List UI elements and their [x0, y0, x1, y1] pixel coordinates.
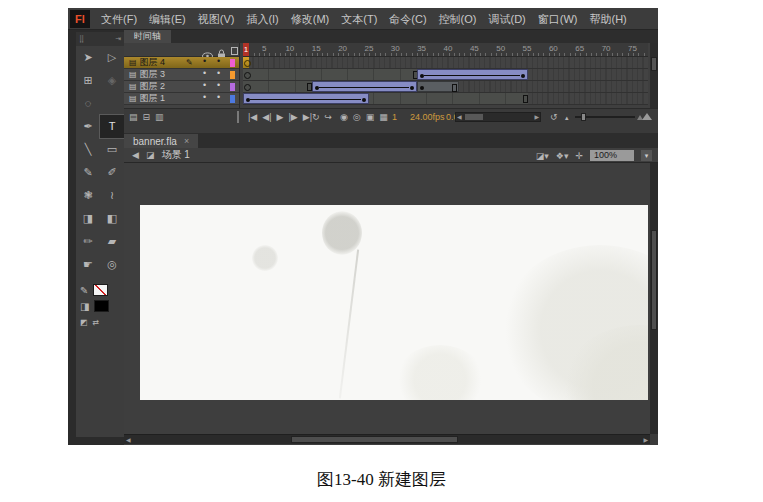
play-button[interactable]: ▶: [277, 110, 284, 125]
keyframe-dot: [420, 86, 424, 90]
menu-item[interactable]: 控制(O): [433, 8, 483, 30]
onion-skin-button[interactable]: ◉: [340, 110, 348, 125]
rectangle-tool[interactable]: ▭: [100, 138, 124, 161]
onion-outlines-button[interactable]: ◎: [353, 110, 361, 125]
stage-canvas[interactable]: [140, 205, 648, 400]
loop-button[interactable]: ↻: [312, 110, 320, 125]
layer-outline-color-swatch[interactable]: [230, 83, 235, 91]
rotation-3d-tool[interactable]: ◈: [100, 69, 124, 92]
frame-row[interactable]: [243, 81, 648, 93]
menu-item[interactable]: 窗口(W): [532, 8, 584, 30]
bone-tool[interactable]: ≀: [100, 184, 124, 207]
repeat-button[interactable]: ↪: [325, 110, 333, 125]
close-document-icon[interactable]: ×: [184, 136, 189, 146]
center-stage-icon[interactable]: ✛: [575, 151, 583, 161]
menu-item[interactable]: 调试(D): [483, 8, 532, 30]
menu-item[interactable]: 帮助(H): [584, 8, 633, 30]
fill-color-swatch[interactable]: [94, 300, 109, 312]
frame-row[interactable]: [243, 93, 648, 105]
eyedropper-tool[interactable]: ✏: [76, 230, 100, 253]
zoom-out-frames-icon[interactable]: ▴: [565, 110, 569, 125]
deco-tool[interactable]: ❃: [76, 184, 100, 207]
menu-item[interactable]: 文本(T): [335, 8, 383, 30]
layer-lock-dot[interactable]: •: [217, 92, 220, 102]
menu-item[interactable]: 文件(F): [95, 8, 143, 30]
frames-area[interactable]: 51015202530354045505560657075 1: [243, 43, 648, 108]
layer-lock-dot[interactable]: •: [217, 68, 220, 78]
timeline-vertical-scrollbar[interactable]: [650, 43, 658, 108]
step-back-button[interactable]: ◀|: [262, 110, 271, 125]
layer-visibility-dot[interactable]: •: [203, 56, 206, 66]
default-colors-icon[interactable]: ◩: [80, 318, 88, 327]
brush-tool[interactable]: ✐: [100, 161, 124, 184]
text-tool[interactable]: T: [100, 115, 124, 138]
layer-visibility-dot[interactable]: •: [203, 80, 206, 90]
scroll-left-icon[interactable]: ◀: [457, 113, 462, 122]
reset-timeline-zoom-icon[interactable]: ↺: [550, 110, 558, 125]
paint-bucket-tool[interactable]: ◨: [76, 207, 100, 230]
new-folder-button[interactable]: ⊟: [143, 110, 151, 125]
timeline-ruler[interactable]: 51015202530354045505560657075 1: [243, 43, 648, 57]
layer-row[interactable]: ▤图层 1••: [124, 93, 239, 105]
go-first-frame-button[interactable]: |◀: [248, 110, 257, 125]
frame-size-slider[interactable]: [575, 116, 635, 118]
frame-rate-value[interactable]: 24.00fps: [410, 110, 445, 125]
layer-outline-color-swatch[interactable]: [230, 59, 235, 67]
layer-lock-dot[interactable]: •: [217, 56, 220, 66]
subselection-tool[interactable]: ▷: [100, 46, 124, 69]
frame-size-large-icon[interactable]: [642, 113, 652, 120]
new-layer-button[interactable]: ▤: [129, 110, 138, 125]
layer-lock-dot[interactable]: •: [217, 80, 220, 90]
frame-span: [417, 81, 459, 92]
pencil-tool[interactable]: ✎: [76, 161, 100, 184]
edit-symbol-icon[interactable]: ❖▾: [556, 151, 569, 161]
frame-row[interactable]: [243, 69, 648, 81]
layer-name[interactable]: 图层 1: [140, 92, 166, 105]
scroll-left-icon[interactable]: ◀: [126, 436, 131, 445]
stage-horizontal-scrollbar[interactable]: ◀ ▶: [124, 434, 650, 444]
menu-item[interactable]: 修改(M): [285, 8, 336, 30]
frame-row[interactable]: [243, 57, 648, 69]
menu-item[interactable]: 插入(I): [240, 8, 284, 30]
frame-rows[interactable]: [243, 57, 648, 105]
go-last-frame-button[interactable]: ▶|: [303, 110, 312, 125]
ink-bottle-tool[interactable]: ◧: [100, 207, 124, 230]
edit-scene-icon[interactable]: ◪▾: [536, 151, 549, 161]
free-transform-tool[interactable]: ⊞: [76, 69, 100, 92]
scene-label[interactable]: 场景 1: [161, 148, 189, 162]
stage-pasteboard[interactable]: ◀ ▶: [124, 163, 658, 445]
playhead[interactable]: 1: [243, 43, 249, 56]
outline-all-icon[interactable]: [231, 47, 238, 55]
timeline-horizontal-scrollbar[interactable]: ◀ ▶: [455, 112, 541, 122]
layer-visibility-dot[interactable]: •: [203, 92, 206, 102]
stroke-color-swatch[interactable]: [93, 284, 108, 296]
swap-colors-icon[interactable]: ⇄: [93, 318, 100, 327]
modify-markers-button[interactable]: ▦: [379, 110, 388, 125]
zoom-tool[interactable]: ◎: [100, 253, 124, 276]
empty-keyframe-circle: [244, 72, 251, 79]
document-tab[interactable]: banner.fla ×: [124, 134, 198, 148]
edit-multiple-frames-button[interactable]: ▣: [366, 110, 375, 125]
tab-timeline[interactable]: 时间轴: [124, 30, 171, 43]
collapse-panel-icon[interactable]: ⇥: [115, 35, 121, 43]
back-arrow-icon[interactable]: ◀: [132, 150, 139, 160]
pen-tool[interactable]: ✒: [76, 115, 100, 138]
selection-tool[interactable]: ➤: [76, 46, 100, 69]
scroll-right-icon[interactable]: ▶: [643, 436, 648, 445]
layer-outline-color-swatch[interactable]: [230, 71, 235, 79]
line-tool[interactable]: ╲: [76, 138, 100, 161]
stage-vertical-scrollbar[interactable]: [650, 163, 658, 434]
scroll-right-icon[interactable]: ▶: [534, 113, 539, 122]
stage-zoom-dropdown-icon[interactable]: ▾: [641, 150, 652, 161]
layer-visibility-dot[interactable]: •: [203, 68, 206, 78]
menu-item[interactable]: 视图(V): [192, 8, 241, 30]
lasso-tool[interactable]: ◌: [76, 92, 100, 115]
hand-tool[interactable]: ☛: [76, 253, 100, 276]
step-forward-button[interactable]: |▶: [288, 110, 297, 125]
eraser-tool[interactable]: ▰: [100, 230, 124, 253]
stage-zoom-input[interactable]: 100%: [590, 150, 634, 161]
delete-layer-button[interactable]: ▥: [155, 110, 164, 125]
layer-outline-color-swatch[interactable]: [230, 95, 235, 103]
menu-item[interactable]: 编辑(E): [143, 8, 192, 30]
menu-item[interactable]: 命令(C): [383, 8, 432, 30]
